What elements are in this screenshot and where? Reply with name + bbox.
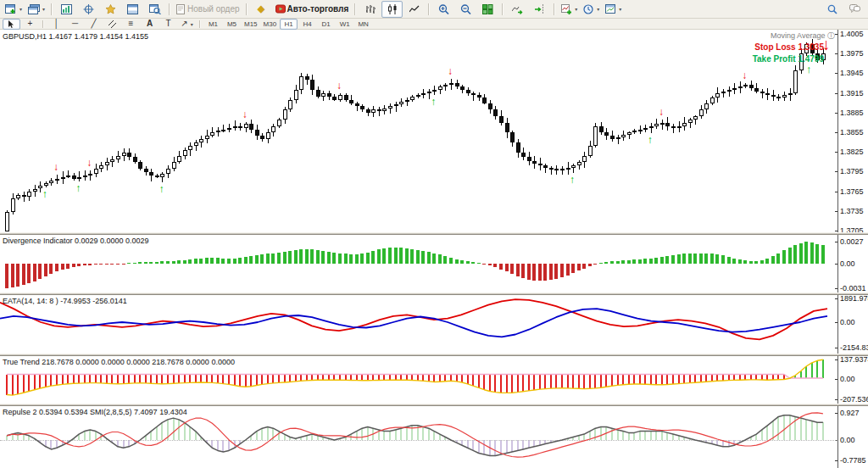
- timeframe-m1[interactable]: M1: [204, 19, 222, 30]
- new-chart-button[interactable]: ▾: [3, 1, 25, 18]
- cursor-tool-button[interactable]: [3, 19, 20, 30]
- drawing-toolbar: + │ ─ ╱ ≡ A T ↗ ▾ M1M5M15M30H1H4D1W1MN: [0, 19, 868, 30]
- fibonacci-tool-button[interactable]: ≡: [122, 19, 140, 30]
- zoom-in-button[interactable]: [433, 1, 454, 18]
- toolbar-separator: [42, 20, 44, 28]
- timeframe-bar: M1M5M15M30H1H4D1W1MN: [204, 19, 372, 30]
- pane-splitter[interactable]: [0, 354, 868, 356]
- axis-label: 1.3825: [840, 148, 864, 156]
- vertical-line-icon: │: [53, 20, 58, 28]
- search-button[interactable]: [821, 1, 843, 18]
- timeframe-m30[interactable]: M30: [261, 19, 280, 30]
- axis-label: 0.00: [840, 259, 855, 268]
- chevron-down-icon: ▾: [619, 6, 621, 12]
- trendline-tool-button[interactable]: ╱: [85, 19, 103, 30]
- auto-scroll-button[interactable]: [507, 1, 528, 18]
- terminal-window: GBPUSD,H1 1.4167 1.4179 1.4154 1.4155 Di…: [0, 0, 868, 468]
- timeframe-h4[interactable]: H4: [298, 19, 316, 30]
- moving-average-text: Moving Average: [771, 31, 825, 40]
- indicators-button[interactable]: ▾: [559, 1, 580, 18]
- timeframe-d1[interactable]: D1: [317, 19, 335, 30]
- line-chart-button[interactable]: [403, 1, 425, 18]
- navigator-button[interactable]: [100, 1, 121, 18]
- data-window-icon: [83, 4, 94, 14]
- timeframe-m15[interactable]: M15: [242, 19, 260, 30]
- chevron-down-icon: ▾: [42, 6, 45, 12]
- new-order-icon: [176, 4, 186, 14]
- horizontal-line-tool-button[interactable]: ─: [66, 19, 84, 30]
- divergence-indicator-label: Divergence Indicator 0.0029 0.0000 0.002…: [3, 237, 149, 245]
- axis-label: 0.00: [840, 375, 855, 383]
- axis-label: 137.9374: [840, 355, 868, 364]
- chat-icon: [849, 4, 860, 14]
- chevron-down-icon: ▾: [597, 6, 599, 12]
- pane-splitter[interactable]: [0, 232, 868, 235]
- terminal-button[interactable]: [122, 1, 143, 18]
- axis-label: 0.927: [840, 409, 860, 417]
- profiles-button[interactable]: ▾: [25, 1, 47, 18]
- market-watch-button[interactable]: [56, 1, 77, 18]
- toolbar-separator: [51, 3, 53, 15]
- main-toolbar: ▾ ▾ Новый ордер ◆ Авто-торговля: [0, 0, 868, 19]
- autotrading-label: Авто-торговля: [287, 4, 349, 14]
- crosshair-tool-button[interactable]: +: [21, 19, 39, 30]
- new-order-button[interactable]: Новый ордер: [174, 1, 242, 18]
- periods-button[interactable]: ▾: [581, 1, 602, 18]
- text-tool-icon: A: [147, 20, 153, 28]
- axis-label: 1.3765: [840, 187, 864, 196]
- periods-clock-icon: [583, 4, 594, 14]
- equidistant-channel-tool-button[interactable]: [103, 19, 121, 30]
- candlestick-chart-button[interactable]: [381, 1, 403, 18]
- axis-label: 1.3975: [840, 49, 864, 58]
- toolbar-separator: [428, 3, 430, 15]
- axis-label: 1.3795: [840, 167, 864, 176]
- repulse-indicator-label: Repulse 2 0.5394 0.5394 SMI(2,8,5,5) 7.4…: [3, 408, 187, 416]
- toolbar-separator: [199, 20, 201, 28]
- axis-label: -2154.83: [840, 343, 868, 352]
- truetrend-indicator-label: True Trend 218.7678 0.0000 0.0000 0.0000…: [3, 358, 235, 366]
- search-icon: [827, 4, 837, 14]
- chevron-down-icon: ▾: [575, 6, 577, 12]
- tile-windows-icon: [482, 4, 493, 14]
- market-watch-icon: [61, 4, 72, 14]
- data-window-button[interactable]: [78, 1, 99, 18]
- vertical-line-tool-button[interactable]: │: [47, 19, 65, 30]
- arrow-objects-button[interactable]: ↗ ▾: [178, 19, 196, 30]
- chart-shift-button[interactable]: [529, 1, 550, 18]
- axis-label: -207.536: [840, 395, 868, 404]
- bar-chart-button[interactable]: [359, 1, 381, 18]
- symbol-ohlc-label: GBPUSD,H1 1.4167 1.4179 1.4154 1.4155: [3, 32, 148, 41]
- templates-icon: [605, 4, 616, 14]
- chevron-down-icon: ▾: [19, 6, 22, 12]
- eata-indicator-label: EATA(14, 14: 8 ) -74.9953 -256.0141: [3, 297, 127, 305]
- autotrading-button[interactable]: Авто-торговля: [273, 1, 352, 18]
- chat-button[interactable]: [844, 1, 865, 18]
- zoom-out-button[interactable]: [455, 1, 476, 18]
- expert-advisors-icon: ◆: [258, 4, 264, 14]
- timeframe-w1[interactable]: W1: [336, 19, 353, 30]
- expert-advisors-button[interactable]: ◆: [251, 1, 272, 18]
- toolbar-separator: [169, 3, 170, 15]
- new-order-label: Новый ордер: [187, 4, 240, 14]
- pane-splitter[interactable]: [0, 292, 868, 295]
- timeframe-m5[interactable]: M5: [223, 19, 241, 30]
- axis-label: 1891.978: [840, 294, 868, 303]
- toolbar-separator: [554, 3, 555, 15]
- take-profit-arrow-icon: ↑: [806, 63, 812, 75]
- text-tool-button[interactable]: A: [141, 19, 159, 30]
- tile-windows-button[interactable]: [477, 1, 498, 18]
- label-tool-button[interactable]: T: [159, 19, 177, 30]
- timeframe-mn[interactable]: MN: [354, 19, 372, 30]
- strategy-tester-button[interactable]: [144, 1, 165, 18]
- price-axis-separator: [837, 30, 838, 468]
- axis-label: 1.4005: [840, 30, 864, 38]
- templates-button[interactable]: ▾: [603, 1, 624, 18]
- timeframe-h1[interactable]: H1: [280, 19, 298, 30]
- pane-splitter[interactable]: [0, 404, 868, 406]
- label-tool-icon: T: [165, 20, 170, 28]
- chart-shift-icon: [534, 4, 545, 14]
- axis-label: 1.3885: [840, 109, 864, 117]
- crosshair-icon: +: [28, 20, 33, 28]
- profiles-icon: [28, 4, 40, 14]
- axis-label: 0.00: [840, 318, 855, 326]
